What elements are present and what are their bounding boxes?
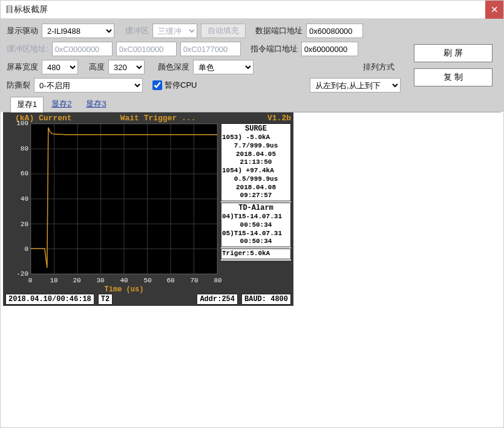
label-cmd-port: 指令端口地址 — [250, 44, 298, 54]
xtick: 30 — [96, 277, 104, 284]
status-bar: 2018.04.10/00:46:18 T2 Addr:254 BAUD: 48… — [5, 294, 291, 305]
pause-cpu-checkbox-wrap[interactable]: 暂停CPU — [152, 80, 197, 91]
ytick: 0 — [10, 245, 28, 253]
content-area: (kA) Current Wait Trigger ... V1.2b 100 … — [3, 112, 501, 425]
xtick: 70 — [190, 277, 198, 284]
label-display-driver: 显示驱动 — [7, 25, 38, 36]
tab-vram3[interactable]: 显存3 — [79, 96, 113, 112]
xtick: 80 — [214, 277, 221, 284]
label-anti-tear: 防撕裂 — [7, 80, 30, 91]
display-driver-select[interactable]: 2-ILI9488 — [42, 24, 114, 38]
xtick: 40 — [120, 277, 128, 284]
tab-vram1[interactable]: 显存1 — [10, 97, 44, 112]
window: 目标板截屏 ✕ 显示驱动 2-ILI9488 缓冲区 三缓冲 自动填充 数据端口… — [0, 0, 504, 428]
width-select[interactable]: 480 — [42, 60, 78, 74]
tab-vram2[interactable]: 显存2 — [45, 96, 78, 112]
header-version: V1.2b — [267, 114, 291, 123]
side-panel: SURGE 1053) -5.0kA 7.7/999.9us 2018.04.0… — [221, 123, 291, 261]
ytick: 80 — [10, 145, 28, 152]
xtick: 60 — [166, 277, 174, 284]
screen-header: (kA) Current Wait Trigger ... V1.2b — [15, 114, 291, 123]
cmd-port-input[interactable] — [301, 42, 358, 56]
close-button[interactable]: ✕ — [485, 1, 503, 19]
label-buffer-addr: 缓冲区地址: — [7, 44, 48, 54]
titlebar: 目标板截屏 ✕ — [1, 1, 503, 19]
label-arrangement: 排列方式 — [363, 62, 394, 73]
data-port-input[interactable] — [306, 24, 363, 38]
buf0-input[interactable] — [52, 42, 113, 56]
header-mid: Wait Trigger ... — [120, 114, 196, 123]
label-buffer: 缓冲区 — [125, 25, 149, 36]
auto-fill-button[interactable]: 自动填充 — [201, 24, 246, 38]
right-button-col: 刷 屏 复 制 — [414, 44, 493, 86]
tdalarm-box: TD-Alarm 04)T15-14.07.31 00:50:34 05)T15… — [221, 203, 291, 247]
tdalarm-title: TD-Alarm — [222, 204, 290, 213]
toolbar: 显示驱动 2-ILI9488 缓冲区 三缓冲 自动填充 数据端口地址 缓冲区地址… — [1, 19, 503, 112]
xtick: 20 — [73, 277, 80, 284]
ytick: 20 — [10, 221, 28, 228]
height-select[interactable]: 320 — [108, 60, 145, 74]
label-color-depth: 颜色深度 — [158, 62, 189, 73]
label-pause-cpu: 暂停CPU — [165, 80, 197, 91]
ytick: 40 — [10, 195, 28, 203]
label-height: 高度 — [89, 62, 105, 73]
label-data-port: 数据端口地址 — [255, 25, 303, 36]
copy-button[interactable]: 复 制 — [414, 68, 493, 86]
plot-area — [30, 123, 218, 274]
close-icon: ✕ — [491, 4, 499, 15]
xtick: 10 — [50, 277, 57, 284]
status-datetime: 2018.04.10/00:46:18 — [5, 294, 94, 305]
anti-tear-select[interactable]: 0-不启用 — [34, 78, 143, 92]
ytick: 100 — [10, 120, 28, 127]
x-axis-label: Time (us) — [30, 285, 218, 294]
xtick: 50 — [143, 277, 151, 284]
refresh-button[interactable]: 刷 屏 — [414, 44, 493, 62]
buffer-select[interactable]: 三缓冲 — [152, 24, 197, 38]
ytick: -20 — [10, 270, 28, 277]
chart-curve — [31, 124, 217, 274]
buf2-input[interactable] — [180, 42, 241, 56]
status-tz: T2 — [98, 294, 113, 305]
pause-cpu-checkbox[interactable] — [152, 80, 162, 90]
xtick: 0 — [28, 277, 33, 284]
tabs: 显存1 显存2 显存3 — [7, 96, 497, 112]
status-addr: Addr:254 — [197, 294, 238, 305]
trigger-box: Triger:5.0kA — [221, 248, 291, 259]
window-title: 目标板截屏 — [5, 4, 485, 15]
color-depth-select[interactable]: 单色 — [193, 60, 254, 74]
arrangement-select[interactable]: 从左到右,从上到下 — [310, 78, 401, 92]
surge-box: SURGE 1053) -5.0kA 7.7/999.9us 2018.04.0… — [221, 123, 291, 201]
label-width: 屏幕宽度 — [7, 62, 38, 73]
surge-title: SURGE — [222, 125, 290, 134]
target-screen: (kA) Current Wait Trigger ... V1.2b 100 … — [3, 112, 293, 306]
buf1-input[interactable] — [116, 42, 177, 56]
status-baud: BAUD: 4800 — [241, 294, 291, 305]
ytick: 60 — [10, 170, 28, 177]
